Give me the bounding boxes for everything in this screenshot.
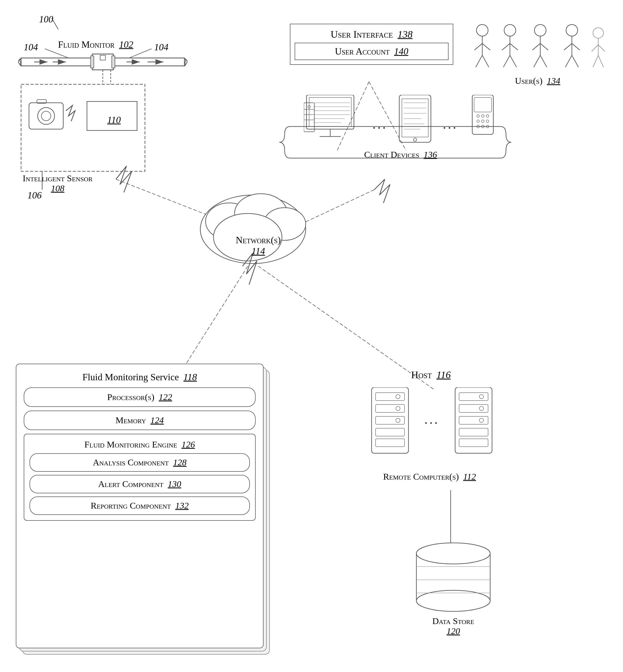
user-interface-outer-box: User Interface 138 User Account 140 <box>290 24 453 65</box>
svg-rect-82 <box>402 99 428 137</box>
ref-104-left: 104 <box>24 41 38 53</box>
svg-point-97 <box>477 125 479 128</box>
svg-line-58 <box>565 55 572 67</box>
users-group: User(s) 134 <box>469 21 606 86</box>
svg-line-63 <box>598 45 605 51</box>
svg-line-22 <box>290 190 374 229</box>
svg-line-53 <box>540 55 547 67</box>
svg-point-36 <box>476 25 488 36</box>
svg-rect-111 <box>376 439 405 447</box>
svg-line-35 <box>129 49 151 58</box>
svg-line-40 <box>476 55 482 67</box>
svg-line-50 <box>532 43 540 50</box>
svg-line-56 <box>564 43 572 50</box>
fluid-monitor-label: Fluid Monitor 102 <box>58 39 134 50</box>
svg-rect-100 <box>474 97 492 112</box>
svg-line-28 <box>184 266 248 366</box>
svg-rect-110 <box>376 428 405 436</box>
fme-title: Fluid Monitoring Engine 126 <box>30 440 250 449</box>
svg-line-19 <box>116 179 237 227</box>
svg-line-46 <box>503 55 510 67</box>
svg-line-52 <box>534 55 540 67</box>
svg-rect-103 <box>372 387 409 453</box>
tablet-icon <box>398 95 432 145</box>
user-interface-title: User Interface 138 <box>295 28 448 40</box>
svg-point-96 <box>486 120 489 122</box>
server-icon-1 <box>364 387 416 461</box>
svg-point-107 <box>396 406 400 411</box>
dots-2: ... <box>443 116 458 145</box>
svg-rect-5 <box>113 58 184 66</box>
svg-point-93 <box>486 115 489 117</box>
svg-rect-66 <box>306 95 354 129</box>
svg-rect-9 <box>112 56 115 68</box>
fms-title: Fluid Monitoring Service 118 <box>24 372 256 383</box>
svg-line-45 <box>510 43 518 50</box>
ref-100-label: 100 <box>39 14 53 25</box>
svg-rect-16 <box>37 99 47 103</box>
svg-point-83 <box>414 138 417 141</box>
svg-line-59 <box>572 55 578 67</box>
processors-box: Processor(s) 122 <box>24 387 256 407</box>
box-110: 110 <box>91 110 137 130</box>
ref-106: 106 <box>27 190 42 201</box>
svg-point-94 <box>477 120 479 122</box>
svg-rect-67 <box>309 97 351 126</box>
data-store-group: Data Store 120 <box>411 540 496 636</box>
ref-104-right: 104 <box>154 41 169 53</box>
svg-rect-0 <box>21 58 92 66</box>
svg-point-105 <box>396 395 400 399</box>
host-label: Host 116 <box>411 369 451 381</box>
svg-rect-13 <box>29 103 63 129</box>
server-icon-2 <box>447 387 500 461</box>
remote-computers-label: Remote Computer(s) 112 <box>361 472 498 482</box>
svg-line-41 <box>482 55 489 67</box>
svg-line-34 <box>45 49 68 58</box>
svg-point-123 <box>416 590 490 611</box>
alert-component-box: Alert Component 130 <box>30 475 250 493</box>
fms-container: Fluid Monitoring Service 118 Processor(s… <box>16 364 274 664</box>
client-devices-group: ... ... <box>287 92 514 160</box>
svg-rect-4 <box>100 55 106 60</box>
svg-point-122 <box>416 543 490 564</box>
svg-point-92 <box>481 115 484 117</box>
svg-line-39 <box>482 43 490 50</box>
network-label: Network(s) 114 <box>216 235 300 257</box>
reporting-component-box: Reporting Component 132 <box>30 496 250 515</box>
svg-point-42 <box>504 25 516 36</box>
server-dots: ... <box>424 411 439 437</box>
svg-point-95 <box>481 120 484 122</box>
svg-rect-8 <box>91 56 94 68</box>
fme-box: Fluid Monitoring Engine 126 Analysis Com… <box>24 434 256 521</box>
data-store-cylinder <box>411 540 496 614</box>
client-devices-label: Client Devices 136 <box>287 150 514 160</box>
svg-point-48 <box>534 25 546 36</box>
memory-box: Memory 124 <box>24 411 256 430</box>
svg-line-29 <box>258 266 435 390</box>
svg-point-114 <box>479 395 483 399</box>
svg-line-44 <box>502 43 510 50</box>
svg-line-64 <box>593 55 598 67</box>
svg-point-60 <box>593 28 603 38</box>
svg-line-47 <box>510 55 516 67</box>
svg-point-116 <box>479 406 483 411</box>
svg-rect-120 <box>459 439 488 447</box>
svg-line-57 <box>572 43 580 50</box>
dots-1: ... <box>373 116 387 145</box>
phone-icon <box>468 95 497 145</box>
fms-main-box: Fluid Monitoring Service 118 Processor(s… <box>16 364 264 648</box>
svg-rect-112 <box>455 387 492 453</box>
svg-point-15 <box>41 111 51 121</box>
data-store-label: Data Store 120 <box>411 616 496 636</box>
svg-point-24 <box>206 203 253 240</box>
svg-point-91 <box>477 115 479 117</box>
users-label: User(s) 134 <box>469 76 606 86</box>
svg-rect-3 <box>92 54 113 70</box>
svg-point-98 <box>481 125 484 128</box>
server-group: ... <box>364 387 500 461</box>
svg-line-62 <box>592 45 598 51</box>
svg-line-38 <box>474 43 482 50</box>
svg-point-118 <box>479 418 483 422</box>
svg-point-99 <box>486 125 489 128</box>
svg-point-54 <box>566 25 578 36</box>
